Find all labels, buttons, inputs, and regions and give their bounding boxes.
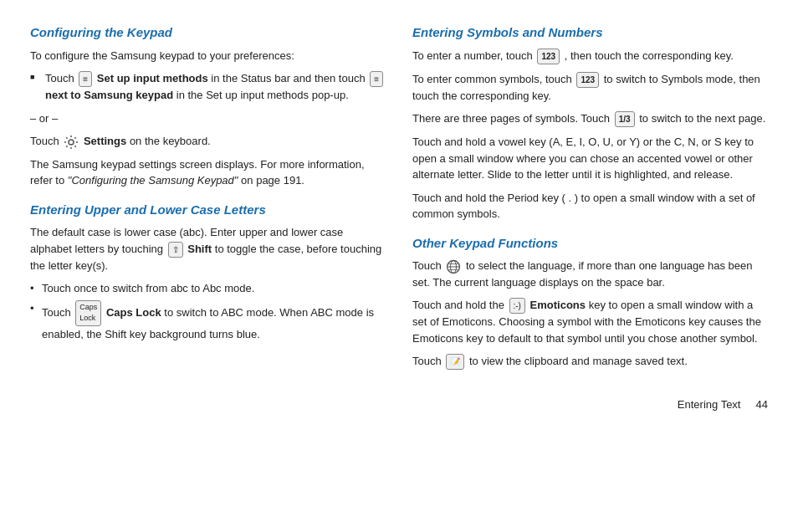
clipboard-pre: Touch (412, 355, 442, 367)
caps-lock-bold: Caps Lock (106, 306, 161, 319)
touch-caps-pre: Touch (42, 306, 71, 319)
desc-rest: on page 191. (241, 174, 304, 187)
other-keypad-title: Other Keypad Functions (412, 234, 768, 253)
case-letters-intro: The default case is lower case (abc). En… (30, 224, 386, 274)
123-icon-2: 123 (576, 72, 599, 88)
configuring-list: Touch ≡ Set up input methods in the Stat… (30, 70, 386, 104)
setup-rest2: in the Set up input methods pop-up. (176, 89, 349, 101)
svg-point-0 (69, 140, 74, 145)
case-bullet-1: Touch once to switch from abc to Abc mod… (30, 280, 386, 297)
globe-icon (446, 259, 461, 274)
123-icon-1: 123 (537, 49, 560, 64)
footer-page: 44 (756, 396, 768, 413)
setup-rest: in the Status bar and then touch (211, 72, 365, 84)
settings-bold: Settings (84, 135, 126, 147)
touch-lang-pre: Touch (412, 259, 442, 272)
1-3-icon: 1/3 (615, 111, 635, 127)
emoticons-pre: Touch and hold the (412, 299, 504, 311)
touch-clipboard: Touch 📝 to view the clipboard and manage… (412, 353, 768, 370)
configuring-intro: To configure the Samsung keypad to your … (30, 48, 386, 64)
or-label: – or – (30, 110, 386, 127)
symbols-numbers-title: Entering Symbols and Numbers (412, 23, 768, 43)
case-bullet-2: Touch CapsLock Caps Lock to switch to AB… (30, 300, 386, 343)
touch-label-2: Touch (30, 135, 59, 147)
emoticons-bold: Emoticons (530, 299, 586, 311)
samsung-keypad-bold: next to Samsung keypad (45, 89, 173, 101)
shift-icon: ⇧ (168, 242, 183, 258)
three-pages: There are three pages of symbols. Touch … (412, 110, 768, 127)
enter-number: To enter a number, touch 123 , then touc… (412, 48, 768, 64)
section-configuring-keypad: Configuring the Keypad To configure the … (30, 23, 386, 189)
touch-label-1: Touch (45, 72, 74, 84)
samsung-keypad-desc: The Samsung keypad settings screen displ… (30, 156, 386, 189)
touch-emoticons: Touch and hold the :-) Emoticons key to … (412, 297, 768, 346)
case-letters-list: Touch once to switch from abc to Abc mod… (30, 280, 386, 342)
main-columns: Configuring the Keypad To configure the … (30, 23, 768, 381)
settings-rest: on the keyboard. (130, 135, 211, 147)
clipboard-icon: 📝 (446, 354, 464, 370)
configuring-keypad-title: Configuring the Keypad (30, 23, 386, 43)
enter-number-pre: To enter a number, touch (412, 49, 533, 62)
footer: Entering Text 44 (30, 396, 768, 413)
section-other-keypad: Other Keypad Functions Touch to select t… (412, 234, 768, 371)
enter-symbols: To enter common symbols, touch 123 to sw… (412, 71, 768, 105)
three-pages-pre: There are three pages of symbols. Touch (412, 112, 610, 125)
three-pages-rest: to switch to the next page. (639, 112, 765, 125)
gear-icon (64, 135, 79, 150)
caps-icon: CapsLock (75, 300, 101, 326)
left-column: Configuring the Keypad To configure the … (30, 23, 386, 381)
touch-language: Touch to select the language, if more th… (412, 258, 768, 290)
setup-icon: ≡ (79, 71, 92, 87)
shift-bold: Shift (187, 243, 212, 255)
footer-label: Entering Text (678, 396, 741, 413)
case-letters-title: Entering Upper and Lower Case Letters (30, 201, 386, 220)
section-case-letters: Entering Upper and Lower Case Letters Th… (30, 201, 386, 343)
enter-number-rest: , then touch the corresponding key. (565, 49, 734, 62)
touch-lang-rest: to select the language, if more than one… (412, 259, 753, 289)
desc-italic: "Configuring the Samsung Keypad" (68, 174, 238, 187)
hold-vowel: Touch and hold a vowel key (A, E, I, O, … (412, 134, 768, 183)
next-icon: ≡ (370, 71, 383, 87)
setup-bold: Set up input methods (97, 72, 208, 84)
touch-settings: Touch Settings on the keyboard. (30, 133, 386, 150)
configuring-list-item-1: Touch ≡ Set up input methods in the Stat… (30, 70, 386, 104)
section-symbols-numbers: Entering Symbols and Numbers To enter a … (412, 23, 768, 223)
hold-period: Touch and hold the Period key ( . ) to o… (412, 190, 768, 223)
enter-symbols-pre: To enter common symbols, touch (412, 73, 572, 85)
clipboard-rest: to view the clipboard and manage saved t… (469, 355, 688, 367)
emoticons-icon: :-) (509, 298, 525, 314)
right-column: Entering Symbols and Numbers To enter a … (412, 23, 768, 381)
